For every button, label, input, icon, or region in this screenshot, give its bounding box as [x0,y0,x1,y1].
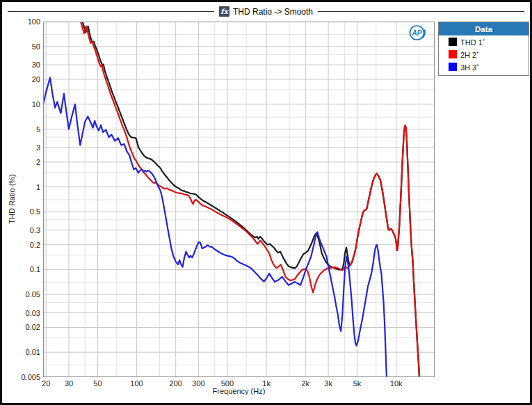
y-tick-label: 30 [8,61,40,69]
legend-header[interactable]: Data [439,22,529,35]
y-tick-label: 50 [8,42,40,51]
legend-item-label: 2H 2* [460,50,478,59]
y-tick-label: 0.01 [8,348,40,356]
y-tick-label: 3 [8,143,40,152]
x-tick-label: 10k [382,379,410,388]
x-tick-label: 3k [314,379,342,388]
fx-function-icon: fx [219,6,229,17]
audio-precision-logo: AP [408,24,427,42]
y-tick-label: 20 [8,75,40,84]
legend-item-label: THD 1* [460,38,485,47]
legend-item-3h[interactable]: 3H 3* [439,61,529,73]
y-tick-label: 0.2 [8,241,40,249]
chart-title-text: THD Ratio -> Smooth [233,7,313,17]
chart-title-label: fx THD Ratio -> Smooth [214,5,318,18]
legend-item-label: 3H 3* [460,63,478,72]
y-tick-label: 0.05 [8,290,40,299]
x-axis-label: Frequency (Hz) [43,387,435,395]
y-tick-label: 0.3 [8,226,40,235]
y-tick-label: 10 [8,100,40,109]
y-tick-label: 5 [8,125,40,134]
legend-swatch [449,63,457,71]
plot-area[interactable] [43,22,435,377]
legend-item-thd[interactable]: THD 1* [439,35,529,48]
legend-swatch [449,38,457,46]
x-tick-label: 100 [123,379,151,388]
x-tick-label: 30 [55,379,83,388]
x-tick-label: 5k [343,379,371,388]
y-tick-label: 0.02 [8,323,40,331]
x-tick-label: 50 [83,379,111,388]
x-tick-label: 500 [213,379,241,388]
legend-panel: Data THD 1* 2H 2* 3H 3* [438,22,529,76]
ap-logo-text: AP [411,29,423,37]
y-tick-label: 2 [8,158,40,166]
y-tick-label: 0.5 [8,207,40,216]
y-tick-label: 0.1 [8,265,40,273]
legend-swatch [449,50,457,58]
measurement-window: fx THD Ratio -> Smooth THD Ratio (%) Fre… [0,0,532,405]
legend-items: THD 1* 2H 2* 3H 3* [439,35,529,73]
y-tick-label: 100 [8,17,40,26]
x-tick-label: 300 [185,379,213,388]
y-tick-label: 1 [8,183,40,191]
y-tick-label: 0.03 [8,309,40,317]
y-axis-label: THD Ratio (%) [8,174,16,224]
chart-title-bar: fx THD Ratio -> Smooth [2,5,530,18]
legend-item-2h[interactable]: 2H 2* [439,48,529,61]
x-tick-label: 1k [252,379,280,388]
